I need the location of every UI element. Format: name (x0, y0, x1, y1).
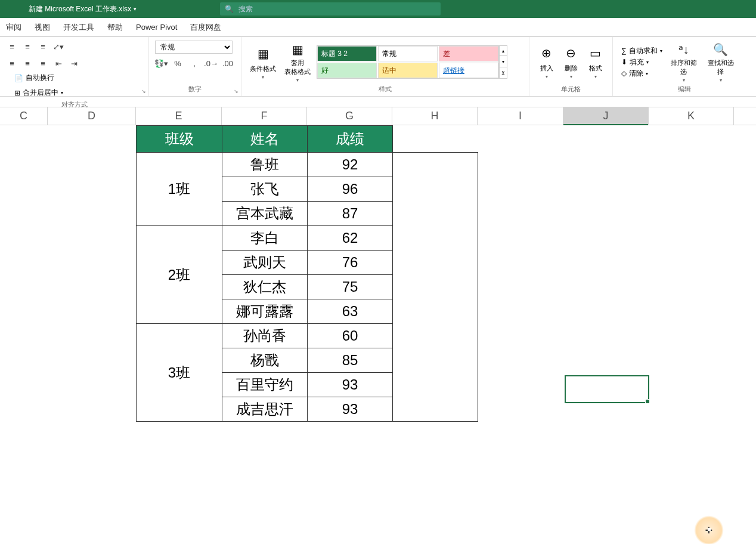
format-button[interactable]: ▭ 格式 ▾ (585, 41, 605, 82)
name-cell[interactable]: 宫本武藏 (222, 202, 308, 226)
find-select-button[interactable]: 🔍 查找和选择 ▾ (705, 41, 736, 83)
find-select-label: 查找和选择 (705, 58, 736, 76)
alignment-dialog-launcher[interactable]: ↘ (141, 88, 146, 94)
style-hyperlink[interactable]: 超链接 (439, 63, 498, 78)
tab-view[interactable]: 视图 (35, 22, 50, 33)
score-cell[interactable]: 85 (308, 348, 393, 373)
style-bad[interactable]: 差 (439, 46, 498, 61)
name-cell[interactable]: 狄仁杰 (222, 275, 308, 299)
style-neutral[interactable]: 适中 (378, 63, 438, 78)
percent-icon[interactable]: % (172, 57, 184, 69)
score-cell[interactable]: 92 (308, 153, 393, 177)
class-cell[interactable]: 1班 (137, 153, 222, 226)
group-alignment: ≡ ≡ ≡ ⤢▾ ≡ ≡ ≡ ⇤ ⇥ 📄 自动换行 (0, 37, 149, 96)
align-middle-icon[interactable]: ≡ (21, 41, 33, 52)
align-bottom-icon[interactable]: ≡ (37, 41, 49, 52)
tab-devtools[interactable]: 开发工具 (63, 22, 94, 33)
align-center-icon[interactable]: ≡ (21, 57, 33, 69)
column-header-C[interactable]: C (0, 107, 48, 125)
search-box[interactable]: 🔍 (220, 2, 441, 16)
increase-decimal-icon[interactable]: .0→ (205, 57, 217, 69)
score-cell[interactable]: 62 (308, 226, 393, 251)
name-cell[interactable]: 成吉思汗 (222, 397, 308, 422)
column-header-F[interactable]: F (222, 107, 307, 125)
align-top-icon[interactable]: ≡ (6, 41, 18, 52)
column-header-G[interactable]: G (307, 107, 392, 125)
gallery-more[interactable]: ⊻ (500, 68, 507, 78)
style-normal[interactable]: 常规 (378, 46, 438, 61)
insert-button[interactable]: ⊕ 插入 ▾ (537, 41, 556, 82)
name-cell[interactable]: 杨戬 (222, 348, 308, 373)
chevron-down-icon: ▾ (683, 78, 685, 83)
worksheet[interactable]: 班级姓名成绩1班鲁班92张飞96宫本武藏872班李白62武则天76狄仁杰75娜可… (0, 125, 756, 543)
comma-icon[interactable]: , (188, 57, 200, 69)
column-header-D[interactable]: D (48, 107, 136, 125)
style-good[interactable]: 好 (317, 63, 377, 78)
filename-dropdown-icon[interactable]: ▾ (134, 6, 137, 12)
cell-styles-gallery[interactable]: 标题 3 2 常规 差 好 适中 超链接 (317, 45, 499, 79)
tab-review[interactable]: 审阅 (6, 22, 21, 33)
align-right-icon[interactable]: ≡ (37, 57, 49, 69)
tab-powerpivot[interactable]: Power Pivot (136, 23, 177, 32)
decrease-decimal-icon[interactable]: .00 (222, 57, 234, 69)
wrap-text-button[interactable]: 📄 自动换行 (12, 72, 142, 84)
score-cell[interactable]: 93 (308, 397, 393, 422)
table-row[interactable]: 1班鲁班92 (137, 153, 478, 177)
column-header-J[interactable]: J (563, 107, 649, 125)
tab-help[interactable]: 帮助 (107, 22, 123, 33)
align-left-icon[interactable]: ≡ (6, 57, 18, 69)
chevron-down-icon: ▾ (262, 75, 264, 80)
column-headers: CDEFGHIJK (0, 107, 756, 125)
name-cell[interactable]: 百里守约 (222, 373, 308, 397)
score-cell[interactable]: 75 (308, 275, 393, 299)
class-cell[interactable]: 2班 (137, 226, 222, 324)
empty-column-h[interactable] (393, 153, 478, 422)
search-input[interactable] (238, 5, 436, 13)
sort-filter-button[interactable]: ᵃ↓ 排序和筛选 ▾ (668, 41, 699, 83)
find-icon: 🔍 (711, 41, 730, 57)
column-header-E[interactable]: E (136, 107, 222, 125)
format-as-table-button[interactable]: ▦ 套用 表格格式 ▾ (282, 41, 313, 83)
name-cell[interactable]: 娜可露露 (222, 299, 308, 324)
name-cell[interactable]: 李白 (222, 226, 308, 251)
wrap-text-icon: 📄 (14, 74, 23, 82)
score-cell[interactable]: 87 (308, 202, 393, 226)
class-cell[interactable]: 3班 (137, 324, 222, 422)
score-cell[interactable]: 93 (308, 373, 393, 397)
score-cell[interactable]: 60 (308, 324, 393, 348)
data-table[interactable]: 班级姓名成绩1班鲁班92张飞96宫本武藏872班李白62武则天76狄仁杰75娜可… (136, 125, 478, 422)
fill-button[interactable]: ⬇填充▾ (621, 57, 662, 67)
column-header-H[interactable]: H (392, 107, 478, 125)
currency-icon[interactable]: 💱▾ (155, 57, 167, 69)
group-editing-label: 编辑 (616, 85, 752, 95)
score-cell[interactable]: 76 (308, 251, 393, 275)
table-header-score[interactable]: 成绩 (308, 126, 393, 153)
delete-button[interactable]: ⊖ 删除 ▾ (561, 41, 581, 82)
name-cell[interactable]: 武则天 (222, 251, 308, 275)
decrease-indent-icon[interactable]: ⇤ (52, 57, 64, 69)
gallery-scroll-down[interactable]: ▾ (500, 57, 507, 67)
table-header-class[interactable]: 班级 (137, 126, 222, 153)
tab-baidu[interactable]: 百度网盘 (190, 22, 221, 33)
increase-indent-icon[interactable]: ⇥ (68, 57, 80, 69)
name-cell[interactable]: 孙尚香 (222, 324, 308, 348)
autosum-button[interactable]: ∑自动求和▾ (621, 46, 662, 56)
score-cell[interactable]: 63 (308, 299, 393, 324)
column-header-I[interactable]: I (478, 107, 563, 125)
score-cell[interactable]: 96 (308, 177, 393, 202)
name-cell[interactable]: 鲁班 (222, 153, 308, 177)
filename[interactable]: 新建 Microsoft Excel 工作表.xlsx ▾ (29, 4, 137, 14)
conditional-format-button[interactable]: ▦ 条件格式 ▾ (247, 41, 278, 83)
clear-button[interactable]: ◇清除▾ (621, 69, 662, 79)
orientation-icon[interactable]: ⤢▾ (52, 41, 64, 52)
merge-center-button[interactable]: ⊞ 合并后居中 ▾ (12, 86, 142, 99)
gallery-scroll-up[interactable]: ▴ (500, 46, 507, 56)
name-cell[interactable]: 张飞 (222, 177, 308, 202)
number-dialog-launcher[interactable]: ↘ (234, 88, 238, 94)
number-format-select[interactable]: 常规 (155, 41, 233, 54)
column-header-K[interactable]: K (649, 107, 734, 125)
conditional-format-label: 条件格式 (250, 64, 276, 73)
insert-icon: ⊕ (537, 44, 556, 63)
style-heading[interactable]: 标题 3 2 (317, 46, 377, 61)
table-header-name[interactable]: 姓名 (222, 126, 308, 153)
